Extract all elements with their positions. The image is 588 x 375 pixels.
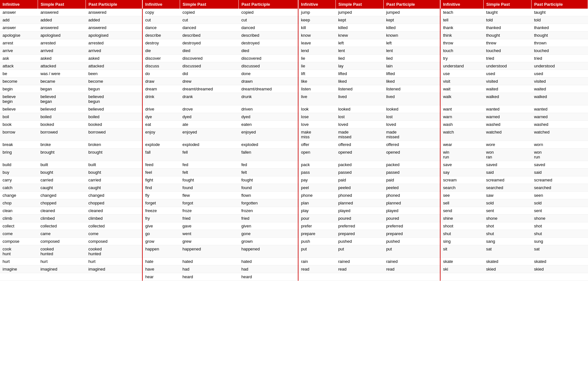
cell-g2-r5-c0: lend bbox=[298, 47, 335, 55]
cell-g3-r32-c2 bbox=[531, 273, 588, 281]
cell-g2-r14-c2: loved bbox=[384, 121, 440, 128]
cell-g0-r14-c1: booked bbox=[38, 121, 86, 128]
cell-g0-r14-c2: booked bbox=[86, 121, 142, 128]
cell-g2-r32-c2 bbox=[384, 273, 440, 281]
cell-g2-r19-c0: pass bbox=[298, 169, 335, 176]
table-row: comecamecomegowentgonepreparepreparedpre… bbox=[0, 230, 588, 238]
cell-g3-r10-c0: wait bbox=[440, 85, 484, 93]
cell-g3-r7-c1: understood bbox=[484, 62, 531, 70]
cell-g2-r24-c0: play bbox=[298, 207, 335, 215]
cell-g2-r13-c2: lost bbox=[384, 113, 440, 121]
cell-g2-r24-c1: played bbox=[335, 207, 383, 215]
cell-g1-r28-c0: grow bbox=[142, 238, 180, 245]
table-row: buyboughtboughtfeelfeltfeltpasspassedpas… bbox=[0, 169, 588, 176]
cell-g1-r13-c0: dye bbox=[142, 113, 180, 121]
cell-g3-r5-c2: touched bbox=[531, 47, 588, 55]
cell-g2-r22-c2: phoned bbox=[384, 192, 440, 199]
cell-g0-r6-c1: asked bbox=[38, 55, 86, 62]
cell-g3-r26-c0: shoot bbox=[440, 222, 484, 230]
table-row: bookbookedbookedeatateeatenlovelovedlove… bbox=[0, 121, 588, 128]
table-row: cleancleanedcleanedfreezefrozefrozenplay… bbox=[0, 207, 588, 215]
cell-g0-r16-c1: broke bbox=[38, 141, 86, 149]
cell-g2-r10-c1: listened bbox=[335, 85, 383, 93]
cell-g1-r29-c2: happened bbox=[239, 245, 298, 258]
cell-g2-r9-c2: liked bbox=[384, 78, 440, 85]
cell-g3-r5-c1: touched bbox=[484, 47, 531, 55]
cell-g1-r23-c2: forgotten bbox=[239, 199, 298, 207]
cell-g2-r26-c1: preferred bbox=[335, 222, 383, 230]
cell-g2-r25-c2: poured bbox=[384, 215, 440, 222]
cell-g2-r26-c0: prefer bbox=[298, 222, 335, 230]
cell-g0-r30-c2: hurt bbox=[86, 258, 142, 265]
cell-g3-r24-c2: sent bbox=[531, 207, 588, 215]
cell-g0-r13-c0: boil bbox=[0, 113, 38, 121]
cell-g1-r8-c1: did bbox=[180, 70, 239, 78]
column-header-7: Simple Past bbox=[335, 0, 383, 9]
cell-g2-r12-c1: looked bbox=[335, 105, 383, 113]
cell-g3-r26-c1: shot bbox=[484, 222, 531, 230]
cell-g1-r7-c2: discussed bbox=[239, 62, 298, 70]
column-header-9: Infinitive bbox=[440, 0, 484, 9]
cell-g0-r3-c2: apologised bbox=[86, 32, 142, 39]
cell-g3-r2-c0: thank bbox=[440, 24, 484, 32]
cell-g2-r32-c0 bbox=[298, 273, 335, 281]
cell-g1-r29-c1: happened bbox=[180, 245, 239, 258]
cell-g1-r13-c2: dyed bbox=[239, 113, 298, 121]
cell-g1-r28-c2: grown bbox=[239, 238, 298, 245]
cell-g1-r25-c0: fry bbox=[142, 215, 180, 222]
cell-g3-r26-c2: shot bbox=[531, 222, 588, 230]
cell-g2-r17-c0: open bbox=[298, 149, 335, 161]
cell-g1-r15-c2: enjoyed bbox=[239, 128, 298, 141]
cell-g3-r14-c2: washed bbox=[531, 121, 588, 128]
cell-g0-r11-c1: believed began bbox=[38, 93, 86, 105]
cell-g1-r27-c0: go bbox=[142, 230, 180, 238]
cell-g3-r19-c2: said bbox=[531, 169, 588, 176]
cell-g3-r22-c0: see bbox=[440, 192, 484, 199]
cell-g0-r29-c2: cooked hunted bbox=[86, 245, 142, 258]
cell-g3-r21-c0: search bbox=[440, 184, 484, 192]
cell-g1-r9-c1: drew bbox=[180, 78, 239, 85]
cell-g1-r14-c2: eaten bbox=[239, 121, 298, 128]
cell-g1-r18-c0: feed bbox=[142, 161, 180, 169]
column-header-5: Past Participle bbox=[239, 0, 298, 9]
cell-g0-r18-c1: built bbox=[38, 161, 86, 169]
cell-g0-r8-c2: been bbox=[86, 70, 142, 78]
cell-g1-r25-c2: fried bbox=[239, 215, 298, 222]
table-row: hurthurthurthatehatedhatedrainrainedrain… bbox=[0, 258, 588, 265]
cell-g2-r30-c1: rained bbox=[335, 258, 383, 265]
cell-g0-r6-c2: asked bbox=[86, 55, 142, 62]
cell-g0-r23-c1: chopped bbox=[38, 199, 86, 207]
cell-g2-r22-c1: phoned bbox=[335, 192, 383, 199]
cell-g1-r21-c1: found bbox=[180, 184, 239, 192]
cell-g2-r27-c2: prepared bbox=[384, 230, 440, 238]
cell-g3-r10-c1: waited bbox=[484, 85, 531, 93]
cell-g2-r20-c0: pay bbox=[298, 176, 335, 184]
cell-g0-r10-c2: begun bbox=[86, 85, 142, 93]
cell-g1-r32-c1: heard bbox=[180, 273, 239, 281]
cell-g1-r2-c1: danced bbox=[180, 24, 239, 32]
cell-g3-r25-c1: shone bbox=[484, 215, 531, 222]
cell-g1-r18-c2: fed bbox=[239, 161, 298, 169]
cell-g0-r29-c0: cook hunt bbox=[0, 245, 38, 258]
cell-g1-r27-c1: went bbox=[180, 230, 239, 238]
cell-g1-r29-c0: happen bbox=[142, 245, 180, 258]
cell-g3-r12-c1: wanted bbox=[484, 105, 531, 113]
cell-g2-r24-c2: played bbox=[384, 207, 440, 215]
cell-g2-r25-c0: pour bbox=[298, 215, 335, 222]
cell-g1-r32-c0: hear bbox=[142, 273, 180, 281]
cell-g2-r22-c0: phone bbox=[298, 192, 335, 199]
cell-g3-r21-c1: searched bbox=[484, 184, 531, 192]
cell-g0-r21-c1: caught bbox=[38, 184, 86, 192]
cell-g0-r10-c1: began bbox=[38, 85, 86, 93]
cell-g3-r5-c0: touch bbox=[440, 47, 484, 55]
cell-g3-r4-c2: thrown bbox=[531, 39, 588, 47]
cell-g1-r1-c1: cut bbox=[180, 16, 239, 24]
cell-g2-r28-c2: pushed bbox=[384, 238, 440, 245]
cell-g0-r1-c0: add bbox=[0, 16, 38, 24]
cell-g0-r22-c1: changed bbox=[38, 192, 86, 199]
cell-g2-r30-c0: rain bbox=[298, 258, 335, 265]
cell-g1-r6-c2: discovered bbox=[239, 55, 298, 62]
cell-g3-r25-c2: shone bbox=[531, 215, 588, 222]
cell-g3-r11-c0: walk bbox=[440, 93, 484, 105]
cell-g1-r10-c1: dreamt/dreamed bbox=[180, 85, 239, 93]
